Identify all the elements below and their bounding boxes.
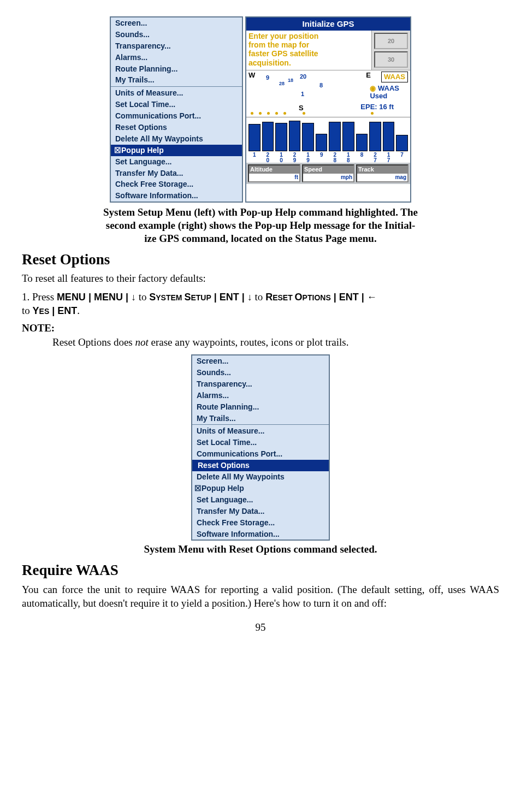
menu-item[interactable]: Set Language... — [192, 494, 329, 506]
menu-item[interactable]: Screen... — [111, 17, 242, 29]
reset-options-intro: To reset all features to their factory d… — [22, 271, 499, 286]
menu-separator — [192, 424, 329, 425]
sat-num: 20 — [300, 73, 306, 81]
menu-item[interactable]: Units of Measure... — [111, 87, 242, 99]
menu-item[interactable]: Alarms... — [192, 390, 329, 401]
menu-item[interactable]: Reset Options — [111, 122, 242, 133]
page-number: 95 — [22, 620, 499, 635]
menu-item[interactable]: Transparency... — [192, 378, 329, 390]
sat-num: 18 — [288, 77, 293, 84]
compass-w: W — [248, 70, 255, 80]
menu-item[interactable]: Check Free Storage... — [192, 517, 329, 529]
menu-item[interactable]: My Trails... — [192, 413, 329, 424]
menu-item[interactable]: Software Information... — [192, 529, 329, 540]
checkbox-icon: ☒ — [114, 146, 121, 155]
gauge: 30 — [374, 51, 408, 68]
menu-item[interactable]: Route Planning... — [111, 63, 242, 75]
sat-prn-labels: 1 20 10 29 19 9 28 18 8 27 17 7 — [246, 152, 410, 163]
menu-item[interactable]: Transfer My Data... — [111, 168, 242, 179]
epe-label: EPE: 16 ft — [360, 102, 394, 112]
system-setup-menu-reset: Screen... Sounds... Transparency... Alar… — [191, 354, 330, 541]
sat-num: 9 — [266, 74, 269, 82]
gps-bottom-fields: Altitude ft Speed mph Track mag — [246, 163, 410, 184]
waas-badge: WAAS — [381, 72, 408, 82]
menu-item[interactable]: Screen... — [192, 355, 329, 367]
menu-item[interactable]: Check Free Storage... — [111, 179, 242, 190]
left-arrow-icon: ← — [367, 292, 377, 303]
down-arrow-icon: ↓ — [131, 292, 136, 303]
sat-num: 28 — [279, 80, 285, 87]
menu-item-label: Popup Help — [202, 484, 244, 493]
checkbox-icon: ☒ — [194, 484, 202, 493]
heading-require-waas: Require WAAS — [22, 560, 499, 580]
menu-item[interactable]: Transfer My Data... — [192, 506, 329, 517]
gps-gauges: 20 30 — [372, 31, 410, 70]
figure-2: Screen... Sounds... Transparency... Alar… — [22, 354, 499, 541]
menu-separator — [111, 86, 242, 87]
menu-item[interactable]: Alarms... — [111, 52, 242, 63]
require-waas-body: You can force the unit to require WAAS f… — [22, 583, 499, 611]
menu-item[interactable]: Communications Port... — [111, 110, 242, 122]
menu-item[interactable]: Route Planning... — [192, 401, 329, 413]
menu-item-popup-help[interactable]: ☒Popup Help — [192, 483, 329, 494]
sat-signal-bars — [246, 117, 410, 152]
menu-item[interactable]: Set Local Time... — [111, 99, 242, 110]
system-setup-menu-left: Screen... Sounds... Transparency... Alar… — [110, 16, 243, 203]
compass-e: E — [366, 70, 371, 80]
menu-item-popup-help-highlighted[interactable]: ☒Popup Help — [111, 145, 242, 156]
menu-item[interactable]: My Trails... — [111, 74, 242, 86]
menu-item-label: Popup Help — [121, 146, 164, 155]
menu-item[interactable]: Set Local Time... — [192, 437, 329, 448]
menu-item[interactable]: Delete All My Waypoints — [111, 133, 242, 145]
menu-item[interactable]: Sounds... — [192, 367, 329, 378]
figure-1-caption: System Setup Menu (left) with Pop-up Hel… — [22, 206, 499, 245]
menu-item[interactable]: Transparency... — [111, 40, 242, 52]
sat-num: 1 — [301, 90, 304, 98]
gauge: 20 — [374, 33, 408, 49]
waas-used-label: ◉ WAAS Used — [370, 85, 399, 99]
gps-help-tooltip: Enter your position from the map for fas… — [246, 31, 372, 70]
sat-dots — [251, 112, 374, 115]
menu-item[interactable]: Sounds... — [111, 29, 242, 40]
menu-item[interactable]: Delete All My Waypoints — [192, 471, 329, 483]
sat-num: 8 — [319, 81, 323, 90]
reset-options-instruction: 1. Press MENU | MENU | ↓ to SYSTEM SETUP… — [22, 290, 499, 318]
track-field: Track mag — [356, 164, 408, 182]
figure-2-caption: System Menu with Reset Options command s… — [22, 543, 499, 556]
down-arrow-icon: ↓ — [247, 292, 252, 303]
figure-1: Screen... Sounds... Transparency... Alar… — [22, 16, 499, 203]
menu-item[interactable]: Communications Port... — [192, 448, 329, 460]
speed-field: Speed mph — [302, 164, 354, 182]
compass-s: S — [299, 103, 304, 113]
initialize-gps-panel: Initialize GPS Enter your position from … — [245, 16, 411, 203]
gps-sky-view: W E S WAAS ◉ WAAS Used EPE: 16 ft 9 28 1… — [246, 70, 410, 152]
heading-reset-options: Reset Options — [22, 250, 499, 269]
altitude-field: Altitude ft — [248, 164, 300, 182]
menu-item[interactable]: Set Language... — [111, 156, 242, 168]
note-body: Reset Options does not erase any waypoin… — [52, 335, 499, 349]
menu-item[interactable]: Units of Measure... — [192, 425, 329, 437]
menu-item-reset-options-highlighted[interactable]: Reset Options — [192, 460, 329, 471]
menu-item[interactable]: Software Information... — [111, 190, 242, 201]
gps-titlebar: Initialize GPS — [246, 17, 410, 31]
note-heading: NOTE: — [22, 321, 499, 335]
